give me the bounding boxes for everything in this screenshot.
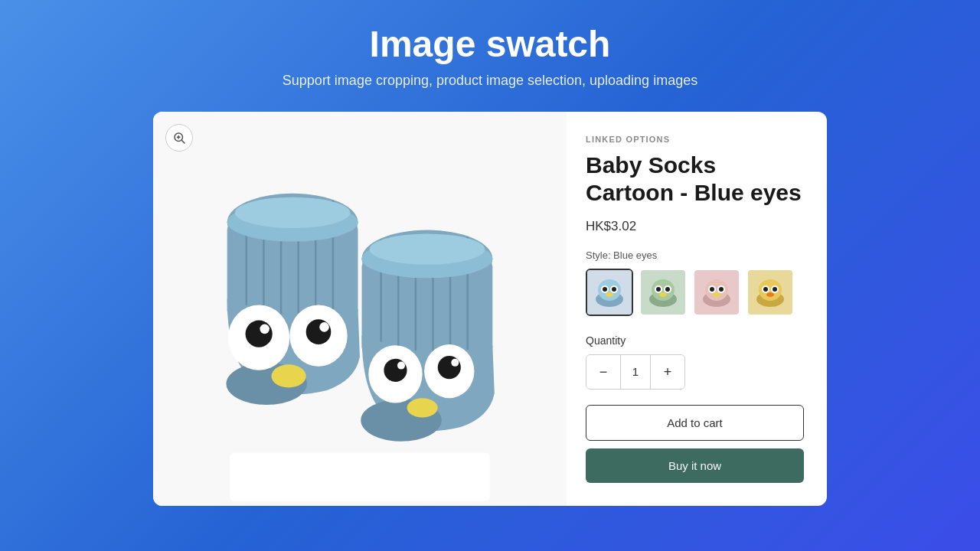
quantity-control: − 1 + xyxy=(586,354,685,390)
svg-point-60 xyxy=(719,287,724,292)
svg-rect-40 xyxy=(230,453,489,501)
swatch-blue-eyes[interactable] xyxy=(586,269,633,316)
svg-point-54 xyxy=(659,292,667,297)
quantity-label: Quantity xyxy=(586,334,804,347)
page-header: Image swatch Support image cropping, pro… xyxy=(283,23,697,89)
svg-line-1 xyxy=(181,140,185,143)
swatch-yellow-image xyxy=(748,270,792,315)
linked-options-label: LINKED OPTIONS xyxy=(586,135,804,144)
svg-point-52 xyxy=(656,287,661,292)
swatch-blue-eyes-image xyxy=(587,270,632,315)
svg-point-45 xyxy=(603,287,607,292)
svg-point-35 xyxy=(397,362,405,370)
swatch-green[interactable] xyxy=(639,269,687,316)
style-swatches xyxy=(586,269,804,316)
swatch-yellow[interactable] xyxy=(746,269,794,316)
svg-point-34 xyxy=(384,359,407,382)
style-label: Style: Blue eyes xyxy=(586,249,804,261)
swatch-yellow-icon xyxy=(754,276,786,308)
svg-point-47 xyxy=(606,292,613,297)
add-to-cart-button[interactable]: Add to cart xyxy=(586,405,804,441)
swatch-blue-eyes-icon xyxy=(593,276,626,308)
quantity-increase-button[interactable]: + xyxy=(651,355,684,389)
svg-point-21 xyxy=(271,364,305,387)
quantity-decrease-button[interactable]: − xyxy=(586,355,620,389)
swatch-pink-image xyxy=(694,270,739,315)
page-subtitle: Support image cropping, product image se… xyxy=(283,73,697,89)
svg-point-39 xyxy=(407,398,438,417)
product-info-section: LINKED OPTIONS Baby Socks Cartoon - Blue… xyxy=(567,112,827,506)
plus-icon: + xyxy=(664,364,672,380)
svg-point-17 xyxy=(260,324,270,334)
svg-point-14 xyxy=(235,197,351,228)
product-title: Baby Socks Cartoon - Blue eyes xyxy=(586,152,804,207)
buy-now-button[interactable]: Buy it now xyxy=(586,448,804,483)
quantity-value: 1 xyxy=(620,355,651,389)
swatch-green-icon xyxy=(647,276,679,308)
product-image-svg xyxy=(153,112,567,506)
product-image xyxy=(153,112,567,506)
swatch-green-image xyxy=(641,270,685,315)
product-card: LINKED OPTIONS Baby Socks Cartoon - Blue… xyxy=(153,112,827,506)
svg-point-59 xyxy=(710,287,714,292)
svg-point-16 xyxy=(246,321,273,347)
product-image-section xyxy=(153,112,567,506)
product-price: HK$3.02 xyxy=(586,219,804,234)
svg-point-38 xyxy=(451,359,459,367)
swatch-pink[interactable] xyxy=(693,269,740,316)
swatch-pink-icon xyxy=(701,276,733,308)
page-title: Image swatch xyxy=(283,23,697,65)
svg-point-20 xyxy=(319,322,329,332)
svg-point-66 xyxy=(763,287,768,292)
zoom-button[interactable] xyxy=(165,124,193,152)
svg-point-37 xyxy=(438,356,461,379)
svg-point-67 xyxy=(773,287,777,292)
svg-point-68 xyxy=(766,292,774,297)
svg-point-46 xyxy=(612,287,616,292)
svg-point-61 xyxy=(713,292,720,297)
zoom-icon xyxy=(172,131,186,145)
svg-point-19 xyxy=(306,319,332,344)
minus-icon: − xyxy=(599,364,608,380)
svg-point-32 xyxy=(370,234,485,265)
svg-point-53 xyxy=(665,287,670,292)
